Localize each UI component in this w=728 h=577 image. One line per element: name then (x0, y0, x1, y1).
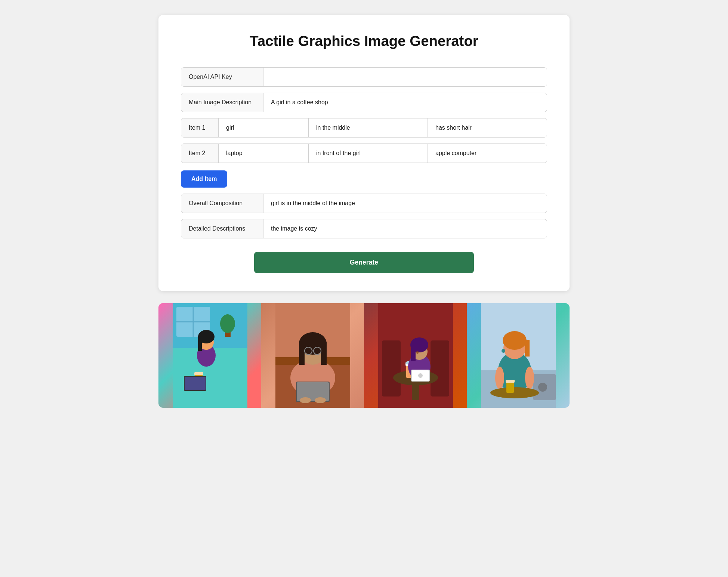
svg-point-57 (490, 387, 539, 398)
main-card: Tactile Graphics Image Generator OpenAI … (158, 15, 570, 291)
overall-composition-input[interactable] (263, 194, 547, 213)
svg-point-45 (418, 373, 423, 378)
api-key-row: OpenAI API Key (181, 67, 547, 87)
svg-point-29 (315, 397, 326, 403)
svg-rect-22 (321, 342, 327, 365)
svg-point-56 (502, 349, 505, 353)
svg-rect-14 (185, 377, 206, 390)
svg-rect-58 (506, 382, 514, 393)
overall-composition-label: Overall Composition (181, 194, 263, 213)
svg-rect-41 (411, 344, 416, 361)
item-2-description-input[interactable] (428, 144, 547, 163)
main-description-row: Main Image Description (181, 93, 547, 112)
generated-image-1 (158, 303, 261, 408)
main-description-label: Main Image Description (181, 93, 263, 112)
form-actions: Generate (181, 247, 547, 273)
svg-rect-12 (194, 372, 203, 375)
main-description-input[interactable] (263, 93, 547, 112)
page-title: Tactile Graphics Image Generator (181, 33, 547, 49)
svg-point-28 (300, 397, 311, 403)
svg-point-52 (525, 367, 534, 389)
svg-rect-59 (506, 380, 515, 383)
svg-point-42 (416, 351, 419, 354)
generated-image-4 (467, 303, 570, 408)
item-1-name-input[interactable] (219, 118, 309, 137)
svg-rect-32 (431, 340, 449, 397)
svg-point-51 (495, 367, 504, 389)
add-item-wrapper: Add Item (181, 169, 547, 188)
api-key-label: OpenAI API Key (181, 68, 263, 86)
item-1-description-input[interactable] (428, 118, 547, 137)
item-2-name-input[interactable] (219, 144, 309, 163)
svg-rect-31 (382, 340, 401, 397)
item-1-position-input[interactable] (309, 118, 428, 137)
overall-composition-row: Overall Composition (181, 194, 547, 213)
item-1-label: Item 1 (181, 118, 219, 137)
api-key-input[interactable] (263, 68, 547, 86)
detailed-descriptions-row: Detailed Descriptions (181, 219, 547, 238)
svg-rect-10 (198, 336, 202, 351)
item-row-1: Item 1 (181, 118, 547, 138)
svg-rect-21 (299, 342, 305, 365)
svg-point-6 (220, 314, 235, 333)
detailed-descriptions-input[interactable] (263, 219, 547, 238)
generated-image-3 (364, 303, 467, 408)
add-item-button[interactable]: Add Item (181, 170, 227, 188)
item-2-position-input[interactable] (309, 144, 428, 163)
detailed-descriptions-label: Detailed Descriptions (181, 219, 263, 238)
images-section (158, 303, 570, 408)
generated-image-2 (261, 303, 364, 408)
svg-point-54 (503, 331, 527, 350)
form-section: OpenAI API Key Main Image Description It… (181, 67, 547, 273)
generate-button[interactable]: Generate (254, 252, 474, 273)
svg-rect-55 (525, 340, 530, 357)
item-2-label: Item 2 (181, 144, 219, 163)
svg-point-49 (538, 383, 547, 392)
item-row-2: Item 2 (181, 144, 547, 163)
